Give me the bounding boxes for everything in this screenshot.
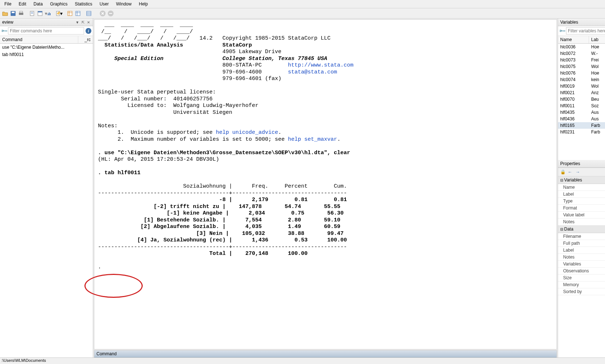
help-unicode-link[interactable]: help unicode_advice — [216, 129, 278, 136]
properties-header: Properties — [558, 160, 605, 168]
wrench-icon: 🔧 — [558, 27, 566, 35]
properties-section-variables[interactable]: Variables — [558, 176, 605, 184]
variable-row[interactable]: hlc0072W.- — [558, 50, 605, 57]
variable-row[interactable]: hlc0074kein — [558, 76, 605, 83]
menu-statistics[interactable]: Statistics — [72, 1, 95, 7]
right-panel: Variables 🔧 Name Lab hlc0036Hoehlc0072W.… — [558, 19, 605, 364]
variables-list[interactable]: hlc0036Hoehlc0072W.-hlc0073Freihlc0075Wo… — [558, 44, 605, 160]
property-row: Label — [558, 247, 605, 254]
menu-data[interactable]: Data — [31, 1, 46, 7]
break-icon[interactable] — [99, 10, 106, 17]
data-browser-icon[interactable] — [74, 10, 82, 17]
status-bar: :\Users\WLM\Documents — [0, 357, 605, 364]
graph-icon[interactable]: ▾ — [44, 10, 52, 17]
variable-row[interactable]: hlc0073Frei — [558, 57, 605, 63]
property-row: Label — [558, 191, 605, 198]
variable-row[interactable]: hlc0076Hoe — [558, 70, 605, 76]
properties-panel: Variables NameLabelTypeFormatValue label… — [558, 176, 605, 364]
review-header: eview ▼ ⇱ ✕ — [0, 19, 93, 26]
toolbar: ▾ ▾ — [0, 8, 605, 19]
variable-row[interactable]: hlf0019Wol — [558, 83, 605, 89]
property-row: Notes — [558, 254, 605, 261]
svg-rect-10 — [49, 12, 50, 15]
property-row: Type — [558, 198, 605, 205]
help-maxvar-link[interactable]: help set_maxvar — [288, 136, 337, 143]
svg-rect-11 — [50, 13, 51, 15]
info-icon[interactable]: i — [86, 28, 91, 34]
svg-rect-16 — [76, 11, 80, 16]
wrench-icon: 🔧 — [0, 27, 8, 35]
save-icon[interactable] — [9, 10, 17, 17]
review-item[interactable]: use "C:\Eigene Dateien\Metho... — [0, 44, 93, 51]
properties-section-data[interactable]: Data — [558, 225, 605, 233]
property-row: Value label — [558, 212, 605, 219]
stata-email-link[interactable]: stata@stata.com — [288, 69, 337, 75]
property-row: Sorted by — [558, 288, 605, 295]
menu-window[interactable]: Window — [113, 1, 135, 7]
results-window[interactable]: ___ ____ ____ ____ ____ /__ / ____/ / __… — [94, 19, 557, 349]
menu-bar: File Edit Data Graphics Statistics User … — [0, 0, 605, 8]
review-panel: eview ▼ ⇱ ✕ 🔧 i Command _rc use "C:\Eige… — [0, 19, 93, 364]
menu-file[interactable]: File — [1, 1, 14, 7]
review-columns: Command _rc — [0, 36, 93, 44]
nav-arrows[interactable]: ← → — [568, 169, 581, 175]
property-row: Size — [558, 275, 605, 281]
svg-rect-13 — [68, 11, 72, 16]
do-edit-icon[interactable]: ▾ — [55, 10, 63, 17]
property-row: Memory — [558, 281, 605, 288]
variable-row[interactable]: hlf0021Anz — [558, 89, 605, 96]
menu-user[interactable]: User — [96, 1, 111, 7]
panel-controls[interactable]: ▼ ⇱ ✕ — [76, 20, 91, 24]
svg-rect-8 — [38, 11, 42, 12]
variables-manager-icon[interactable] — [85, 10, 92, 17]
print-icon[interactable] — [17, 10, 25, 17]
property-row: Format — [558, 205, 605, 212]
svg-rect-2 — [19, 13, 23, 15]
property-row: Name — [558, 184, 605, 191]
command-header: Command — [94, 351, 557, 357]
variable-row[interactable]: hlf0011Soz — [558, 103, 605, 109]
viewer-icon[interactable] — [36, 10, 44, 17]
variable-row[interactable]: hlc0075Wol — [558, 63, 605, 70]
property-row: Filename — [558, 233, 605, 240]
review-filter-input[interactable] — [8, 27, 84, 35]
menu-help[interactable]: Help — [136, 1, 151, 7]
property-row: Full path — [558, 240, 605, 247]
variable-row[interactable]: hlf0165Farb — [558, 122, 605, 129]
svg-rect-3 — [20, 11, 23, 13]
svg-rect-9 — [48, 13, 48, 15]
variables-columns: Name Lab — [558, 36, 605, 44]
stata-url-link[interactable]: http://www.stata.com — [288, 62, 353, 68]
variable-row[interactable]: hlf0070Beu — [558, 96, 605, 103]
menu-graphics[interactable]: Graphics — [47, 1, 70, 7]
review-item[interactable]: tab hlf0011 — [0, 51, 93, 58]
open-icon[interactable] — [1, 10, 9, 17]
properties-toolbar: 🔒 ← → — [558, 168, 605, 176]
variables-filter-input[interactable] — [566, 27, 605, 35]
lock-icon[interactable]: 🔒 — [560, 169, 566, 175]
data-editor-icon[interactable] — [66, 10, 74, 17]
stop-icon[interactable] — [107, 10, 114, 17]
log-icon[interactable] — [28, 10, 36, 17]
variable-row[interactable]: hlc0036Hoe — [558, 44, 605, 50]
property-row: Variables — [558, 261, 605, 268]
svg-rect-1 — [12, 12, 15, 13]
variable-row[interactable]: hlf0435Aus — [558, 109, 605, 116]
property-row: Notes — [558, 219, 605, 225]
variables-header: Variables — [558, 19, 605, 26]
variable-row[interactable]: hlf0231Farb — [558, 129, 605, 135]
menu-edit[interactable]: Edit — [16, 1, 29, 7]
results-text: ___ ____ ____ ____ ____ /__ / ____/ / __… — [98, 22, 553, 271]
variable-row[interactable]: hlf0436Aus — [558, 116, 605, 122]
property-row: Observations — [558, 268, 605, 275]
